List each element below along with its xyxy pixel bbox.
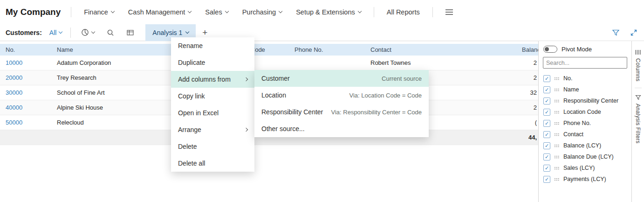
view-filter-label: All	[49, 29, 57, 36]
checkbox-checked-icon[interactable]	[543, 86, 550, 93]
search-button[interactable]	[107, 29, 114, 36]
nav-finance[interactable]: Finance	[84, 8, 114, 16]
menu-item-add-columns-from[interactable]: Add columns from	[171, 71, 254, 88]
menu-item-arrange[interactable]: Arrange	[171, 121, 254, 138]
tab-analysis-filters-label: Analysis Filters	[635, 104, 641, 143]
edit-list-button[interactable]	[126, 29, 134, 36]
drag-handle-icon[interactable]	[554, 167, 560, 170]
nav-setup-extensions[interactable]: Setup & Extensions	[296, 8, 361, 16]
column-header-balance[interactable]: Balance (LCY)	[494, 46, 538, 53]
field-label: Balance (LCY)	[563, 142, 601, 149]
checkbox-checked-icon[interactable]	[543, 165, 550, 172]
nav-divider	[374, 7, 374, 17]
analysis-mode-button[interactable]	[81, 28, 95, 36]
drag-handle-icon[interactable]	[554, 144, 560, 147]
submenu-item-location[interactable]: Location Via: Location Code = Code	[254, 87, 429, 104]
menu-item-delete[interactable]: Delete	[171, 138, 254, 155]
contact-cell[interactable]: Robert Townes	[365, 59, 494, 66]
menu-item-label: Arrange	[178, 126, 201, 133]
field-item-location-code[interactable]: Location Code	[539, 106, 631, 118]
field-item-contact[interactable]: Contact	[539, 129, 631, 140]
drag-handle-icon[interactable]	[554, 111, 560, 114]
company-name[interactable]: My Company	[6, 7, 61, 17]
field-item-sales-lcy[interactable]: Sales (LCY)	[539, 162, 631, 174]
column-header-no[interactable]: No.	[0, 46, 51, 53]
drag-handle-icon[interactable]	[554, 155, 560, 159]
add-analysis-tab-button[interactable]: +	[202, 28, 207, 37]
checkbox-checked-icon[interactable]	[543, 98, 550, 104]
field-item-payments-lcy[interactable]: Payments (LCY)	[539, 174, 631, 185]
nav-cash-management[interactable]: Cash Management	[128, 8, 192, 16]
balance-total: 44,	[494, 134, 538, 141]
balance-cell[interactable]: 2	[494, 59, 538, 66]
submenu-item-label: Other source...	[261, 125, 305, 132]
menu-item-copy-link[interactable]: Copy link	[171, 88, 254, 104]
balance-cell[interactable]: (	[494, 119, 538, 126]
nav-all-reports[interactable]: All Reports	[387, 8, 420, 16]
customer-no-link[interactable]: 50000	[0, 119, 51, 126]
balance-cell[interactable]: 2	[494, 74, 538, 81]
field-item-no[interactable]: No.	[539, 73, 631, 84]
nav-sales[interactable]: Sales	[205, 8, 228, 16]
checkbox-checked-icon[interactable]	[543, 142, 550, 149]
field-item-name[interactable]: Name	[539, 84, 631, 95]
submenu-item-responsibility-center[interactable]: Responsibility Center Via: Responsibilit…	[254, 104, 429, 120]
analysis-filters-icon	[635, 95, 641, 100]
drag-handle-icon[interactable]	[554, 99, 560, 103]
customer-no-link[interactable]: 20000	[0, 74, 51, 81]
pivot-mode-row: Pivot Mode	[539, 44, 631, 57]
search-icon	[107, 29, 114, 36]
field-item-balance-lcy[interactable]: Balance (LCY)	[539, 140, 631, 151]
menu-item-rename[interactable]: Rename	[171, 37, 254, 54]
pivot-mode-toggle[interactable]	[543, 46, 557, 53]
nav-label: Setup & Extensions	[296, 8, 355, 16]
drag-handle-icon[interactable]	[554, 77, 560, 80]
field-label: Location Code	[563, 109, 601, 115]
balance-cell[interactable]: 2	[494, 104, 538, 111]
checkbox-checked-icon[interactable]	[543, 176, 550, 183]
table-header-row[interactable]: No. Name Location Code Phone No. Contact…	[0, 44, 538, 56]
menu-item-label: Rename	[178, 42, 203, 49]
column-header-phone[interactable]: Phone No.	[289, 46, 365, 53]
chevron-down-icon	[225, 9, 228, 13]
table-row[interactable]: 10000 Adatum Corporation Robert Townes 2	[0, 56, 538, 70]
menu-item-label: Delete	[178, 143, 197, 150]
menu-item-delete-all[interactable]: Delete all	[171, 155, 254, 172]
menu-item-duplicate[interactable]: Duplicate	[171, 54, 254, 71]
checkbox-checked-icon[interactable]	[543, 75, 550, 82]
menu-icon[interactable]	[445, 9, 453, 15]
field-item-balance-due-lcy[interactable]: Balance Due (LCY)	[539, 151, 631, 162]
field-item-responsibility-center[interactable]: Responsibility Center	[539, 95, 631, 106]
analysis-tab-label: Analysis 1	[152, 29, 182, 36]
column-header-contact[interactable]: Contact	[365, 46, 494, 53]
menu-item-label: Open in Excel	[178, 109, 219, 117]
balance-cell[interactable]: 32	[494, 89, 538, 96]
checkbox-checked-icon[interactable]	[543, 120, 550, 127]
submenu-item-other-source[interactable]: Other source...	[254, 120, 429, 137]
menu-item-open-in-excel[interactable]: Open in Excel	[171, 104, 254, 121]
nav-label: Finance	[84, 8, 108, 16]
chevron-down-icon	[185, 29, 189, 33]
view-filter-all[interactable]: All	[49, 29, 62, 36]
drag-handle-icon[interactable]	[554, 122, 560, 125]
drag-handle-icon[interactable]	[554, 178, 560, 181]
customer-no-link[interactable]: 40000	[0, 104, 51, 111]
field-item-phone-no[interactable]: Phone No.	[539, 118, 631, 129]
customer-no-link[interactable]: 10000	[0, 59, 51, 66]
filter-button[interactable]	[612, 29, 620, 36]
drag-handle-icon[interactable]	[554, 133, 560, 136]
customer-no-link[interactable]: 30000	[0, 89, 51, 96]
checkbox-checked-icon[interactable]	[543, 153, 550, 160]
drag-handle-icon[interactable]	[554, 88, 560, 91]
tab-analysis-filters[interactable]: Analysis Filters	[635, 92, 641, 146]
nav-divider	[71, 7, 71, 17]
chevron-right-icon	[244, 128, 248, 132]
field-search-input[interactable]	[546, 60, 624, 66]
field-label: Name	[563, 86, 579, 93]
checkbox-checked-icon[interactable]	[543, 109, 550, 116]
submenu-item-customer[interactable]: Customer Current source	[254, 70, 429, 87]
checkbox-checked-icon[interactable]	[543, 131, 550, 138]
tab-columns[interactable]: Columns	[635, 47, 641, 84]
nav-purchasing[interactable]: Purchasing	[242, 8, 282, 16]
expand-button[interactable]	[630, 29, 637, 36]
